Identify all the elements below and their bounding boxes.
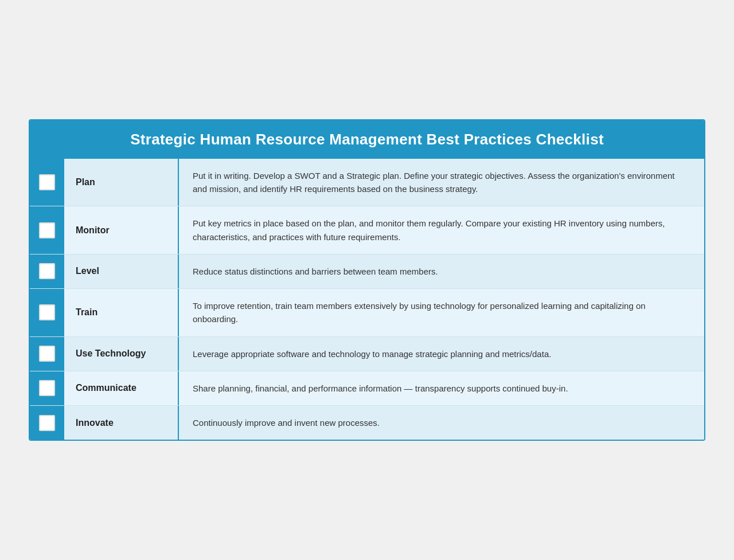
checkbox-cell-innovate bbox=[30, 406, 64, 440]
label-cell-use-technology: Use Technology bbox=[64, 337, 179, 371]
row-label-innovate: Innovate bbox=[76, 418, 114, 428]
checklist-row-monitor: Monitor Put key metrics in place based o… bbox=[30, 206, 704, 254]
row-label-communicate: Communicate bbox=[76, 383, 136, 393]
checklist-row-communicate: Communicate Share planning, financial, a… bbox=[30, 371, 704, 406]
row-label-plan: Plan bbox=[76, 177, 95, 187]
description-cell-level: Reduce status distinctions and barriers … bbox=[179, 254, 704, 288]
description-cell-use-technology: Leverage appropriate software and techno… bbox=[179, 337, 704, 371]
row-description-plan: Put it in writing. Develop a SWOT and a … bbox=[193, 169, 690, 196]
label-cell-level: Level bbox=[64, 254, 179, 288]
checkbox-cell-plan bbox=[30, 159, 64, 206]
row-label-level: Level bbox=[76, 266, 99, 276]
checklist-row-use-technology: Use Technology Leverage appropriate soft… bbox=[30, 337, 704, 371]
label-cell-train: Train bbox=[64, 289, 179, 336]
checkbox-innovate[interactable] bbox=[39, 415, 55, 431]
label-cell-communicate: Communicate bbox=[64, 371, 179, 405]
checklist-row-train: Train To improve retention, train team m… bbox=[30, 289, 704, 337]
description-cell-monitor: Put key metrics in place based on the pl… bbox=[179, 206, 704, 254]
checkbox-monitor[interactable] bbox=[39, 222, 55, 238]
row-description-use-technology: Leverage appropriate software and techno… bbox=[193, 347, 551, 361]
row-description-innovate: Continuously improve and invent new proc… bbox=[193, 416, 380, 429]
row-description-level: Reduce status distinctions and barriers … bbox=[193, 265, 438, 278]
description-cell-innovate: Continuously improve and invent new proc… bbox=[179, 406, 704, 440]
checkbox-level[interactable] bbox=[39, 263, 55, 279]
checkbox-use-technology[interactable] bbox=[39, 346, 55, 362]
checklist-row-innovate: Innovate Continuously improve and invent… bbox=[30, 406, 704, 440]
checklist-header: Strategic Human Resource Management Best… bbox=[30, 120, 704, 159]
checkbox-communicate[interactable] bbox=[39, 380, 55, 396]
label-cell-innovate: Innovate bbox=[64, 406, 179, 440]
checklist-row-level: Level Reduce status distinctions and bar… bbox=[30, 254, 704, 289]
row-label-train: Train bbox=[76, 307, 97, 318]
label-cell-plan: Plan bbox=[64, 159, 179, 206]
checklist-table: Plan Put it in writing. Develop a SWOT a… bbox=[30, 159, 704, 440]
checklist-container: Strategic Human Resource Management Best… bbox=[29, 119, 705, 441]
checkbox-cell-train bbox=[30, 289, 64, 336]
row-description-train: To improve retention, train team members… bbox=[193, 299, 690, 326]
checkbox-cell-level bbox=[30, 254, 64, 288]
description-cell-train: To improve retention, train team members… bbox=[179, 289, 704, 336]
checkbox-cell-communicate bbox=[30, 371, 64, 405]
description-cell-communicate: Share planning, financial, and performan… bbox=[179, 371, 704, 405]
row-description-monitor: Put key metrics in place based on the pl… bbox=[193, 217, 690, 244]
label-cell-monitor: Monitor bbox=[64, 206, 179, 254]
checklist-row-plan: Plan Put it in writing. Develop a SWOT a… bbox=[30, 159, 704, 207]
description-cell-plan: Put it in writing. Develop a SWOT and a … bbox=[179, 159, 704, 206]
checkbox-cell-use-technology bbox=[30, 337, 64, 371]
page-title: Strategic Human Resource Management Best… bbox=[41, 131, 693, 148]
checkbox-cell-monitor bbox=[30, 206, 64, 254]
row-label-use-technology: Use Technology bbox=[76, 348, 146, 359]
row-description-communicate: Share planning, financial, and performan… bbox=[193, 382, 568, 395]
row-label-monitor: Monitor bbox=[76, 225, 110, 236]
checkbox-plan[interactable] bbox=[39, 174, 55, 190]
checkbox-train[interactable] bbox=[39, 304, 55, 320]
